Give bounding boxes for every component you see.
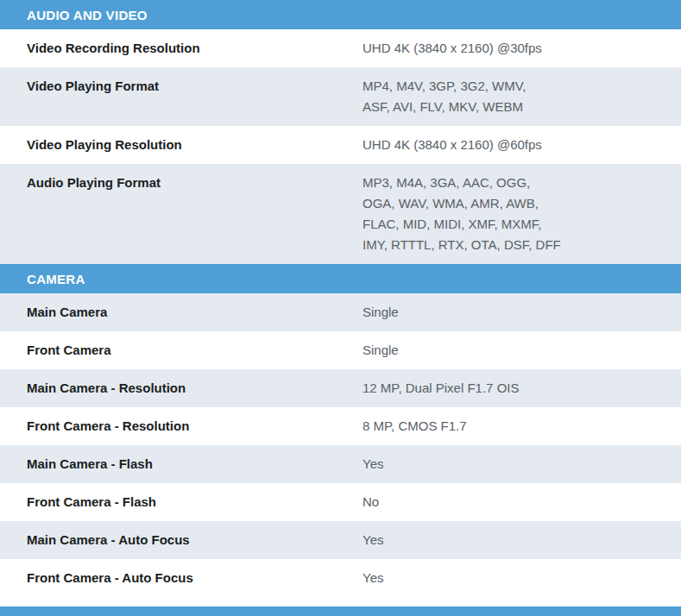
spec-table: AUDIO AND VIDEOVideo Recording Resolutio… xyxy=(0,0,681,616)
spec-value-line: FLAC, MID, MIDI, XMF, MXMF, xyxy=(363,214,664,235)
spec-value: UHD 4K (3840 x 2160) @30fps xyxy=(363,38,681,59)
spec-label: Main Camera xyxy=(0,302,363,323)
section-title: CAMERA xyxy=(27,272,85,286)
spec-value-line: OGA, WAV, WMA, AMR, AWB, xyxy=(363,193,664,214)
spec-value: Single xyxy=(363,302,681,323)
spec-value: 8 MP, CMOS F1.7 xyxy=(363,416,681,437)
spec-value-line: 12 MP, Dual Pixel F1.7 OIS xyxy=(363,378,664,399)
spec-row: Front Camera - FlashNo xyxy=(0,483,681,521)
spec-value: UHD 4K (3840 x 2160) @60fps xyxy=(363,135,681,155)
spec-row: Video Playing ResolutionUHD 4K (3840 x 2… xyxy=(0,126,681,164)
spec-value: MP4, M4V, 3GP, 3G2, WMV,ASF, AVI, FLV, M… xyxy=(363,76,681,117)
section-title: AUDIO AND VIDEO xyxy=(27,8,148,22)
spec-value-line: IMY, RTTTL, RTX, OTA, DSF, DFF xyxy=(363,235,664,255)
spec-value: Yes xyxy=(363,454,681,475)
spec-value: Single xyxy=(363,340,681,361)
spec-value-line: Single xyxy=(363,340,664,361)
spec-label: Video Recording Resolution xyxy=(0,38,363,59)
spec-row: Main Camera - Auto FocusYes xyxy=(0,521,681,559)
spec-value-line: Yes xyxy=(363,568,664,588)
spec-value: 12 MP, Dual Pixel F1.7 OIS xyxy=(363,378,681,399)
spec-row: Video Recording ResolutionUHD 4K (3840 x… xyxy=(0,29,681,67)
spec-value-line: ASF, AVI, FLV, MKV, WEBM xyxy=(363,97,664,117)
spec-label: Front Camera xyxy=(0,340,363,361)
spec-label: Video Playing Resolution xyxy=(0,135,363,155)
spec-label: Front Camera - Flash xyxy=(0,492,363,512)
section-header: CAMERA xyxy=(0,264,681,293)
spec-value-line: Yes xyxy=(363,530,664,550)
spec-value-line: 8 MP, CMOS F1.7 xyxy=(363,416,664,437)
section-header: AUDIO AND VIDEO xyxy=(0,0,681,29)
spec-value: No xyxy=(363,492,681,512)
spec-value-line: Yes xyxy=(363,454,664,475)
spec-value-line: UHD 4K (3840 x 2160) @60fps xyxy=(363,135,664,155)
spec-value: Yes xyxy=(363,530,681,550)
spec-label: Front Camera - Auto Focus xyxy=(0,568,363,588)
spec-label: Front Camera - Resolution xyxy=(0,416,363,437)
spec-label: Video Playing Format xyxy=(0,76,363,97)
spec-value: MP3, M4A, 3GA, AAC, OGG,OGA, WAV, WMA, A… xyxy=(363,173,681,255)
spec-label: Main Camera - Flash xyxy=(0,454,363,475)
spec-row: Front CameraSingle xyxy=(0,331,681,369)
spec-row: Audio Playing FormatMP3, M4A, 3GA, AAC, … xyxy=(0,164,681,264)
spec-value-line: MP3, M4A, 3GA, AAC, OGG, xyxy=(363,173,664,193)
spec-row: Front Camera - Auto FocusYes xyxy=(0,559,681,597)
spec-label: Main Camera - Resolution xyxy=(0,378,363,399)
spec-row: Front Camera - Resolution8 MP, CMOS F1.7 xyxy=(0,407,681,445)
spec-value-line: No xyxy=(363,492,664,512)
spec-row: Main CameraSingle xyxy=(0,293,681,331)
spec-row: Video Playing FormatMP4, M4V, 3GP, 3G2, … xyxy=(0,67,681,126)
spec-value: Yes xyxy=(363,568,681,588)
spec-value-line: Single xyxy=(363,302,664,323)
spec-label: Main Camera - Auto Focus xyxy=(0,530,363,550)
spec-row: Main Camera - FlashYes xyxy=(0,445,681,483)
spec-label: Audio Playing Format xyxy=(0,173,363,193)
next-section-header-partial xyxy=(0,607,681,616)
spec-value-line: MP4, M4V, 3GP, 3G2, WMV, xyxy=(363,76,664,97)
spec-value-line: UHD 4K (3840 x 2160) @30fps xyxy=(363,38,664,59)
spec-row: Main Camera - Resolution12 MP, Dual Pixe… xyxy=(0,369,681,407)
